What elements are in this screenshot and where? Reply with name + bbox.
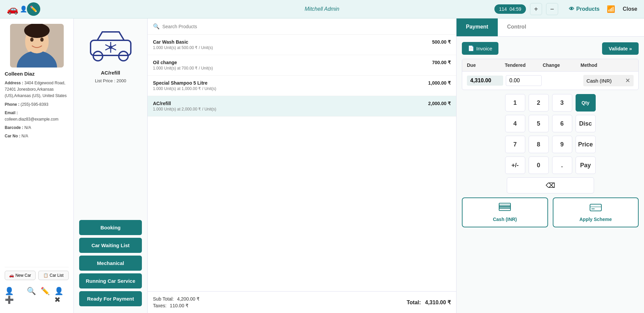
num-7[interactable]: 7: [505, 136, 525, 153]
product-name: AC/refill: [153, 101, 216, 106]
customer-phone: Phone : (255)-595-8393: [5, 101, 69, 108]
add-user-icon[interactable]: 👤➕: [5, 287, 22, 304]
product-row[interactable]: Car Wash Basic 1.000 Unit(s) at 500.00 ₹…: [148, 35, 456, 55]
plusminus-button[interactable]: +/-: [505, 156, 525, 174]
car-waiting-list-button[interactable]: Car Waiting List: [79, 238, 142, 253]
person-logo-icon: 👤: [20, 5, 27, 13]
invoice-button[interactable]: 📄 Invoice: [462, 42, 498, 55]
validate-button[interactable]: Validate »: [602, 42, 639, 55]
product-row[interactable]: AC/refill 1.000 Unit(s) at 2,000.00 ₹ / …: [148, 96, 456, 117]
scheme-icon: [590, 203, 602, 215]
product-detail: 1.000 Unit(s) at 1,000.00 ₹ / Unit(s): [153, 86, 216, 91]
minus-button[interactable]: −: [546, 3, 558, 15]
car-no-value: N/A: [21, 134, 28, 138]
new-car-label: New Car: [15, 273, 31, 278]
payment-table-header: Due Tendered Change Method: [462, 59, 638, 72]
running-car-service-button[interactable]: Running Car Service: [79, 273, 142, 288]
remove-user-icon[interactable]: 👤✖: [54, 287, 69, 304]
svg-point-5: [40, 38, 44, 42]
customer-name: Colleen Diaz: [5, 71, 69, 77]
cash-inr-button[interactable]: Cash (INR): [462, 197, 548, 227]
remove-method-button[interactable]: ✕: [625, 77, 630, 84]
backspace-button[interactable]: ⌫: [507, 177, 594, 193]
car-list-button[interactable]: 📋 Car List: [38, 271, 69, 280]
session-badge: 114 04:59: [494, 4, 526, 14]
apply-scheme-label: Apply Scheme: [580, 217, 612, 222]
product-price: 500.00 ₹: [432, 39, 451, 45]
method-cell: Cash (INR) ✕: [583, 75, 634, 86]
num-8[interactable]: 8: [529, 136, 549, 153]
dot-button[interactable]: .: [552, 156, 572, 174]
invoice-icon: 📄: [468, 45, 474, 51]
total-value: 4,310.00 ₹: [425, 300, 451, 305]
num-0[interactable]: 0: [529, 156, 549, 174]
product-row[interactable]: Special Shampoo 5 Litre 1.000 Unit(s) at…: [148, 76, 456, 96]
tendered-value[interactable]: 0.00: [506, 75, 542, 86]
num-3[interactable]: 3: [552, 94, 572, 111]
service-price: List Price : 2000: [95, 78, 126, 83]
taxes-value: 110.00 ₹: [170, 303, 189, 308]
numpad: 1 2 3 Qty 4 5 6 Disc 7 8 9 Price: [462, 94, 639, 193]
subtotal-area: Sub Total: 4,200.00 ₹ Taxes: 110.00 ₹: [153, 296, 200, 308]
numpad-row-1: 1 2 3 Qty: [462, 94, 639, 111]
num-4[interactable]: 4: [505, 115, 525, 132]
mechanical-button[interactable]: Mechanical: [79, 256, 142, 271]
tab-control[interactable]: Control: [498, 18, 536, 36]
session-time: 04:59: [509, 6, 521, 12]
payment-content: 📄 Invoice Validate » Due Tendered Change…: [457, 37, 644, 313]
edit-user-icon[interactable]: ✏️: [41, 287, 50, 304]
customer-avatar: [10, 24, 64, 68]
service-icon: [87, 25, 134, 63]
product-row[interactable]: Oil change 1.000 Unit(s) at 700.00 ₹ / U…: [148, 55, 456, 76]
products-label: Products: [576, 6, 599, 12]
payment-header: 📄 Invoice Validate »: [462, 42, 639, 55]
edit-button[interactable]: ✏️: [27, 2, 40, 16]
product-name: Car Wash Basic: [153, 39, 213, 45]
product-price: 2,000.00 ₹: [428, 101, 451, 106]
total-area: Total: 4,310.00 ₹: [407, 299, 451, 306]
customer-actions: 🚗 New Car 📋 Car List: [5, 267, 69, 280]
booking-button[interactable]: Booking: [79, 220, 142, 235]
apply-scheme-button[interactable]: Apply Scheme: [553, 197, 639, 227]
customer-car-no: Car No : N/A: [5, 133, 69, 139]
invoice-label: Invoice: [476, 46, 492, 51]
customer-info: Address : 3404 Edgewood Road, 72401 Jone…: [5, 80, 69, 140]
search-user-icon[interactable]: 🔍: [27, 287, 36, 304]
products-list: Car Wash Basic 1.000 Unit(s) at 500.00 ₹…: [148, 35, 456, 291]
tab-payment[interactable]: Payment: [457, 18, 498, 36]
num-6[interactable]: 6: [552, 115, 572, 132]
email-value: colleen.diaz83@example.com: [5, 117, 58, 122]
num-2[interactable]: 2: [529, 94, 549, 111]
payment-table-row: 4,310.00 0.00 Cash (INR) ✕: [462, 72, 638, 90]
new-car-button[interactable]: 🚗 New Car: [5, 271, 36, 280]
numpad-row-3: 7 8 9 Price: [462, 136, 639, 153]
close-button[interactable]: Close: [623, 6, 637, 12]
product-name: Special Shampoo 5 Litre: [153, 80, 216, 86]
admin-name: Mitchell Admin: [305, 6, 339, 12]
price-button[interactable]: Price: [576, 136, 596, 153]
customer-photo: [10, 24, 64, 68]
cash-inr-label: Cash (INR): [493, 217, 517, 222]
product-info: AC/refill 1.000 Unit(s) at 2,000.00 ₹ / …: [153, 101, 216, 111]
num-1[interactable]: 1: [505, 94, 525, 111]
list-price-label: List Price :: [95, 78, 115, 83]
phone-value: (255)-595-8393: [20, 102, 48, 107]
add-button[interactable]: +: [530, 3, 542, 15]
product-info: Oil change 1.000 Unit(s) at 700.00 ₹ / U…: [153, 60, 213, 71]
car-icon: 🚗: [9, 273, 14, 278]
search-input[interactable]: [162, 24, 451, 29]
topbar-logo: 🚗 👤: [7, 2, 23, 16]
pay-button[interactable]: Pay: [576, 156, 596, 174]
num-5[interactable]: 5: [529, 115, 549, 132]
products-panel: 🔍 Car Wash Basic 1.000 Unit(s) at 500.00…: [148, 18, 456, 313]
products-link[interactable]: 👁 Products: [569, 6, 599, 12]
search-icon: 🔍: [153, 23, 160, 30]
barcode-label: Barcode :: [5, 125, 23, 130]
eye-icon: 👁: [569, 6, 574, 12]
car-logo-icon: 🚗: [7, 4, 18, 15]
disc-button[interactable]: Disc: [576, 115, 596, 132]
product-price: 700.00 ₹: [432, 60, 451, 65]
num-9[interactable]: 9: [552, 136, 572, 153]
ready-for-payment-button[interactable]: Ready For Payment: [79, 291, 142, 306]
qty-button[interactable]: Qty: [576, 94, 596, 111]
